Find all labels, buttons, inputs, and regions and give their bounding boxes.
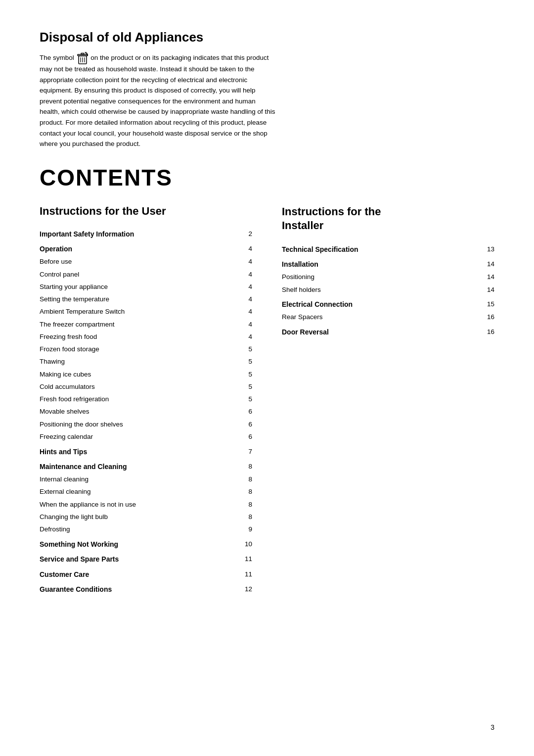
toc-page: 12 xyxy=(221,581,253,596)
toc-page: 5 xyxy=(221,368,253,380)
toc-label: The freezer compartment xyxy=(40,318,221,331)
toc-label: External cleaning xyxy=(40,486,221,498)
toc-label: Changing the light bulb xyxy=(40,511,221,523)
toc-row: Something Not Working 10 xyxy=(40,536,252,551)
disposal-text: The symbol on the product or on its pack… xyxy=(40,52,277,149)
toc-page: 4 xyxy=(221,306,253,318)
toc-row: Movable shelves 6 xyxy=(40,406,252,418)
toc-page: 4 xyxy=(221,268,253,281)
toc-row: When the appliance is not in use 8 xyxy=(40,498,252,511)
disposal-text-after-symbol: on the product or on its packaging indic… xyxy=(40,54,275,148)
toc-label: Electrical Connection xyxy=(282,296,463,311)
toc-page: 8 xyxy=(221,473,253,486)
toc-label: Making ice cubes xyxy=(40,368,221,380)
toc-label: Ambient Temperature Switch xyxy=(40,306,221,318)
toc-row: Ambient Temperature Switch 4 xyxy=(40,306,252,318)
toc-label: Service and Spare Parts xyxy=(40,551,221,566)
toc-label: Fresh food refrigeration xyxy=(40,393,221,406)
toc-page: 16 xyxy=(463,324,495,339)
toc-row: Before use 4 xyxy=(40,256,252,268)
toc-label: Positioning the door shelves xyxy=(40,418,221,430)
toc-page: 6 xyxy=(221,406,253,418)
toc-page: 11 xyxy=(221,551,253,566)
svg-rect-5 xyxy=(81,53,84,55)
page-number: 3 xyxy=(490,723,494,731)
toc-label: Defrosting xyxy=(40,523,221,536)
toc-page: 4 xyxy=(221,331,253,343)
toc-row: Door Reversal 16 xyxy=(282,324,494,339)
toc-label: Starting your appliance xyxy=(40,281,221,293)
toc-label: Cold accumulators xyxy=(40,380,221,393)
toc-page: 4 xyxy=(221,293,253,306)
contents-layout: Instructions for the User Important Safe… xyxy=(40,205,494,596)
toc-row: Maintenance and Cleaning 8 xyxy=(40,458,252,473)
toc-row: Electrical Connection 15 xyxy=(282,296,494,311)
toc-label: Before use xyxy=(40,256,221,268)
toc-page: 2 xyxy=(221,226,253,241)
toc-row: Defrosting 9 xyxy=(40,523,252,536)
user-toc-table: Important Safety Information 2 Operation… xyxy=(40,226,252,596)
toc-page: 4 xyxy=(221,281,253,293)
toc-page: 4 xyxy=(221,240,253,256)
toc-page: 7 xyxy=(221,443,253,459)
toc-row: Freezing calendar 6 xyxy=(40,430,252,443)
toc-row: Shelf holders 14 xyxy=(282,284,494,296)
toc-page: 14 xyxy=(463,284,495,296)
toc-row: Freezing fresh food 4 xyxy=(40,331,252,343)
toc-label: Maintenance and Cleaning xyxy=(40,458,221,473)
toc-page: 14 xyxy=(463,271,495,284)
disposal-title: Disposal of old Appliances xyxy=(40,30,494,45)
toc-label: Something Not Working xyxy=(40,536,221,551)
toc-label: Important Safety Information xyxy=(40,226,221,241)
toc-page: 8 xyxy=(221,458,253,473)
toc-label: Thawing xyxy=(40,356,221,368)
toc-page: 10 xyxy=(221,536,253,551)
toc-label: Setting the temperature xyxy=(40,293,221,306)
toc-row: Installation 14 xyxy=(282,256,494,271)
toc-page: 5 xyxy=(221,380,253,393)
weee-icon xyxy=(77,52,88,64)
toc-row: Starting your appliance 4 xyxy=(40,281,252,293)
toc-page: 8 xyxy=(221,511,253,523)
disposal-section: Disposal of old Appliances The symbol on… xyxy=(40,30,494,149)
toc-row: Rear Spacers 16 xyxy=(282,311,494,324)
user-instructions-heading: Instructions for the User xyxy=(40,205,252,218)
contents-heading: CONTENTS xyxy=(40,164,494,191)
toc-row: Customer Care 11 xyxy=(40,566,252,581)
toc-row: Hints and Tips 7 xyxy=(40,443,252,459)
toc-label: Control panel xyxy=(40,268,221,281)
toc-row: Cold accumulators 5 xyxy=(40,380,252,393)
toc-row: Service and Spare Parts 11 xyxy=(40,551,252,566)
toc-row: Control panel 4 xyxy=(40,268,252,281)
toc-label: Hints and Tips xyxy=(40,443,221,459)
toc-row: Internal cleaning 8 xyxy=(40,473,252,486)
toc-page: 14 xyxy=(463,256,495,271)
toc-label: Door Reversal xyxy=(282,324,463,339)
installer-instructions-heading: Instructions for theInstaller xyxy=(282,205,494,233)
toc-label: Internal cleaning xyxy=(40,473,221,486)
toc-page: 16 xyxy=(463,311,495,324)
toc-row: Positioning 14 xyxy=(282,271,494,284)
toc-page: 5 xyxy=(221,356,253,368)
page-footer: 3 xyxy=(490,723,494,731)
toc-page: 9 xyxy=(221,523,253,536)
toc-label: Shelf holders xyxy=(282,284,463,296)
installer-toc-table: Technical Specification 13 Installation … xyxy=(282,241,494,339)
toc-label: Positioning xyxy=(282,271,463,284)
toc-label: Installation xyxy=(282,256,463,271)
user-instructions-column: Instructions for the User Important Safe… xyxy=(40,205,252,596)
toc-row: Important Safety Information 2 xyxy=(40,226,252,241)
toc-row: Setting the temperature 4 xyxy=(40,293,252,306)
toc-page: 5 xyxy=(221,393,253,406)
toc-label: Rear Spacers xyxy=(282,311,463,324)
toc-page: 11 xyxy=(221,566,253,581)
toc-label: Technical Specification xyxy=(282,241,463,256)
toc-row: Technical Specification 13 xyxy=(282,241,494,256)
toc-row: Guarantee Conditions 12 xyxy=(40,581,252,596)
toc-page: 8 xyxy=(221,498,253,511)
installer-instructions-column: Instructions for theInstaller Technical … xyxy=(282,205,494,339)
toc-row: The freezer compartment 4 xyxy=(40,318,252,331)
toc-row: Frozen food storage 5 xyxy=(40,343,252,356)
toc-page: 6 xyxy=(221,418,253,430)
toc-page: 13 xyxy=(463,241,495,256)
